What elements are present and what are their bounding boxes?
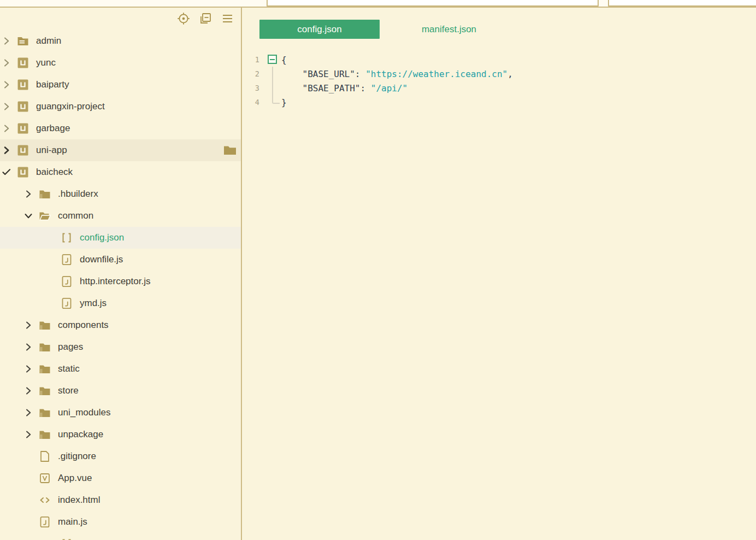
folder-closed-icon	[38, 341, 51, 354]
tree-item-label: uni_modules	[58, 407, 110, 418]
uniapp-icon	[16, 100, 29, 113]
tree-item-baicheck[interactable]: baicheck	[0, 161, 241, 183]
tree-item-pages[interactable]: pages	[0, 336, 241, 358]
tree-item-label: downfile.js	[80, 254, 123, 265]
tree-item-label: pages	[58, 342, 83, 353]
tree-item-uni-app[interactable]: uni-app	[0, 139, 241, 161]
editor-tabs-bar: config.json manifest.json	[242, 8, 756, 46]
collapse-all-icon[interactable]	[199, 12, 212, 25]
tree-item-admin[interactable]: admin	[0, 30, 241, 52]
tree-item-unpackage[interactable]: unpackage	[0, 424, 241, 445]
folder-lines-icon	[16, 34, 29, 48]
uniapp-icon	[16, 78, 29, 91]
line-number: 2	[242, 69, 259, 78]
tree-item-guangxin-project[interactable]: guangxin-project	[0, 96, 241, 118]
js-file-icon	[60, 297, 73, 310]
chevron-right-icon[interactable]	[1, 36, 12, 46]
vue-file-icon	[38, 472, 51, 485]
line-number: 3	[242, 84, 259, 92]
tree-item-label: uni-app	[36, 145, 67, 156]
locate-icon[interactable]	[177, 12, 190, 25]
tree-item-App.vue[interactable]: App.vue	[0, 467, 241, 489]
tree-item-label: baicheck	[36, 167, 73, 178]
chevron-down-icon[interactable]	[23, 210, 34, 221]
tree-item-uni_modules[interactable]: uni_modules	[0, 402, 241, 424]
chevron-right-icon[interactable]	[23, 320, 34, 331]
tree-item-http.interceptor.js[interactable]: http.interceptor.js	[0, 271, 241, 292]
tree-item-downfile.js[interactable]: downfile.js	[0, 249, 241, 271]
tree-item-label: config.json	[80, 232, 124, 243]
uniapp-icon	[16, 56, 29, 69]
tab-label: manifest.json	[422, 24, 476, 35]
chevron-right-icon[interactable]	[23, 189, 34, 199]
plain-file-icon	[38, 450, 51, 463]
chevron-right-icon[interactable]	[23, 363, 34, 374]
tree-item-common[interactable]: common	[0, 205, 241, 227]
chevron-right-icon[interactable]	[1, 101, 12, 112]
tree-item-partial[interactable]	[0, 533, 241, 540]
menu-icon[interactable]	[221, 12, 234, 25]
folder-closed-icon	[38, 428, 51, 441]
code-line-3: 3 "BSAE_PATH": "/api/"	[242, 81, 756, 95]
code-editor[interactable]: 1{2 "BASE_URL": "https://weather.iceand.…	[242, 52, 756, 109]
tree-item-index.html[interactable]: index.html	[0, 489, 241, 511]
json-brackets-icon	[60, 231, 73, 244]
folder-closed-icon	[38, 187, 51, 201]
chevron-right-icon[interactable]	[23, 429, 34, 440]
editor-pane: config.json manifest.json 1{2 "BASE_URL"…	[242, 8, 756, 540]
fold-collapse-icon[interactable]	[268, 55, 277, 64]
tree-item-label: static	[58, 363, 80, 374]
chevron-right-icon[interactable]	[1, 57, 12, 68]
tree-item-components[interactable]: components	[0, 314, 241, 336]
ide-window: adminyuncbaipartyguangxin-projectgarbage…	[0, 0, 756, 540]
chevron-right-icon[interactable]	[23, 342, 34, 353]
tree-item-label: main.js	[58, 516, 87, 527]
tree-item-label: .gitignore	[58, 451, 96, 462]
toolbar-input-2[interactable]	[608, 0, 756, 7]
tree-item-label: baiparty	[36, 79, 69, 90]
tree-item-baiparty[interactable]: baiparty	[0, 74, 241, 96]
code-text: {	[281, 55, 287, 65]
tab-config-json[interactable]: config.json	[259, 20, 380, 39]
json-brackets-icon	[60, 537, 73, 540]
tree-item-.gitignore[interactable]: .gitignore	[0, 445, 241, 467]
tree-item-store[interactable]: store	[0, 380, 241, 402]
tree-item-label: components	[58, 320, 109, 331]
chevron-right-icon[interactable]	[1, 79, 12, 90]
fold-gutter	[259, 52, 281, 67]
code-text: }	[281, 97, 287, 108]
tree-item-label: yunc	[36, 57, 56, 68]
project-explorer-sidebar: adminyuncbaipartyguangxin-projectgarbage…	[0, 8, 242, 540]
tree-item-config.json[interactable]: config.json	[0, 227, 241, 249]
folder-closed-icon	[38, 362, 51, 375]
line-number: 1	[242, 55, 259, 64]
tree-item-.hbuilderx[interactable]: .hbuilderx	[0, 183, 241, 205]
fold-gutter	[259, 81, 281, 95]
folder-open-icon	[38, 209, 51, 222]
tree-item-yunc[interactable]: yunc	[0, 52, 241, 74]
tree-item-label: ymd.js	[80, 298, 107, 309]
chevron-right-icon[interactable]	[1, 123, 12, 134]
chevron-right-icon[interactable]	[23, 385, 34, 396]
tab-label: config.json	[297, 24, 341, 35]
toolbar-input-1[interactable]	[267, 0, 599, 7]
tree-item-label: .hbuilderx	[58, 189, 98, 199]
check-expanded-icon[interactable]	[1, 167, 12, 178]
uniapp-icon	[16, 144, 29, 157]
tree-item-label: http.interceptor.js	[80, 276, 150, 287]
tree-item-main.js[interactable]: main.js	[0, 511, 241, 533]
top-toolbar-strip	[0, 0, 756, 7]
expander-spacer	[45, 254, 56, 265]
folder-closed-icon	[38, 406, 51, 419]
code-text: "BSAE_PATH": "/api/"	[281, 83, 407, 93]
folder-plain-icon	[223, 144, 237, 157]
js-file-icon	[60, 275, 73, 288]
code-line-2: 2 "BASE_URL": "https://weather.iceand.cn…	[242, 67, 756, 81]
tab-manifest-json[interactable]: manifest.json	[389, 20, 509, 39]
chevron-right-icon[interactable]	[23, 407, 34, 418]
tree-item-static[interactable]: static	[0, 358, 241, 380]
chevron-right-icon[interactable]	[1, 145, 12, 156]
tree-item-ymd.js[interactable]: ymd.js	[0, 292, 241, 314]
tree-item-garbage[interactable]: garbage	[0, 118, 241, 139]
expander-spacer	[23, 473, 34, 484]
